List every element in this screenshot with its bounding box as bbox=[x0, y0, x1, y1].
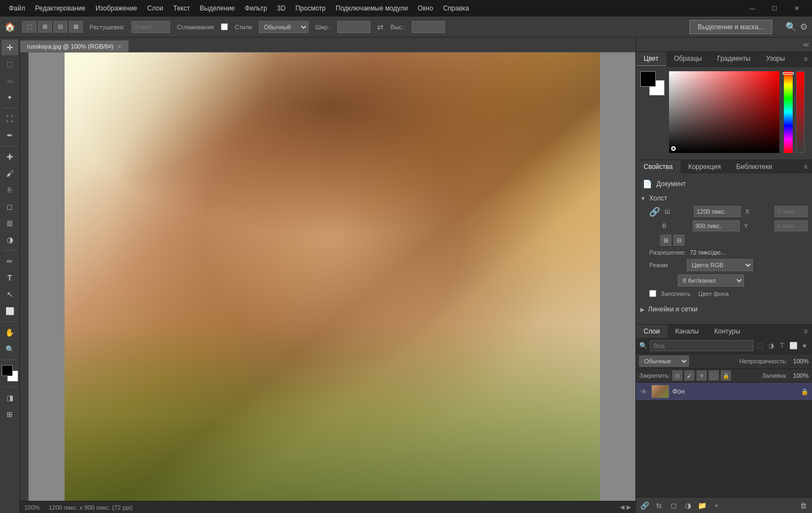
shape-tool[interactable]: ⬜ bbox=[2, 303, 18, 319]
menu-text[interactable]: Текст bbox=[169, 2, 194, 14]
menu-file[interactable]: Файл bbox=[4, 2, 30, 14]
menu-edit[interactable]: Редактирование bbox=[31, 2, 90, 14]
workspace-icon[interactable]: ⚙ bbox=[800, 22, 808, 32]
tab-correction[interactable]: Коррекция bbox=[681, 160, 729, 173]
layer-filter-pixel-icon[interactable]: ⬚ bbox=[756, 342, 765, 350]
height-input[interactable] bbox=[412, 21, 445, 33]
path-select-tool[interactable]: ↖ bbox=[2, 287, 18, 302]
canvas-icon-2[interactable]: ⊟ bbox=[673, 235, 684, 246]
tab-paths[interactable]: Контуры bbox=[707, 325, 748, 338]
screen-mode-btn[interactable]: ⊞ bbox=[2, 406, 18, 422]
close-button[interactable]: ✕ bbox=[786, 0, 808, 17]
lock-move-icon[interactable]: ✛ bbox=[697, 371, 707, 380]
layer-filter-type-icon[interactable]: T bbox=[778, 342, 787, 350]
color-panel-options-icon[interactable]: ≡ bbox=[799, 52, 812, 66]
menu-plugins[interactable]: Подключаемые модули bbox=[331, 2, 412, 14]
scroll-left-btn[interactable]: ◀ bbox=[620, 504, 624, 511]
feather-input[interactable] bbox=[131, 21, 170, 33]
style-select[interactable]: Обычный bbox=[259, 21, 309, 33]
mask-button[interactable]: Выделение и маска... bbox=[689, 20, 772, 34]
layer-style-btn[interactable]: fx bbox=[654, 500, 665, 511]
tab-swatches[interactable]: Образцы bbox=[666, 52, 709, 66]
canvas-section-header[interactable]: ▼ Холст bbox=[640, 192, 808, 204]
bits-select[interactable]: 8 бит/канал bbox=[678, 274, 744, 287]
layer-delete-btn[interactable]: 🗑 bbox=[798, 500, 809, 511]
layers-panel-options-icon[interactable]: ≡ bbox=[799, 325, 812, 338]
rulers-section-header[interactable]: ▶ Линейки и сетки bbox=[640, 303, 808, 315]
menu-3d[interactable]: 3D bbox=[273, 2, 290, 14]
menu-image[interactable]: Изображение bbox=[91, 2, 142, 14]
new-selection-btn[interactable]: ⬚ bbox=[22, 21, 36, 33]
layer-group-btn[interactable]: 📁 bbox=[697, 500, 708, 511]
wand-tool[interactable]: ✦ bbox=[2, 89, 18, 105]
blend-mode-select[interactable]: Обычные bbox=[639, 356, 689, 367]
canvas-view[interactable] bbox=[29, 52, 635, 501]
layer-mask-btn[interactable]: ◻ bbox=[668, 500, 679, 511]
tab-patterns[interactable]: Узоры bbox=[758, 52, 793, 66]
layer-new-btn[interactable]: + bbox=[711, 500, 722, 511]
menu-select[interactable]: Выделение bbox=[195, 2, 240, 14]
color-spectrum[interactable] bbox=[669, 71, 779, 153]
tab-layers[interactable]: Слои bbox=[636, 325, 667, 338]
type-tool[interactable]: T bbox=[2, 270, 18, 285]
layer-adjustment-btn[interactable]: ◑ bbox=[682, 500, 693, 511]
canvas-icon-1[interactable]: ⊞ bbox=[660, 235, 671, 246]
foreground-color-box[interactable] bbox=[640, 71, 656, 87]
move-tool[interactable]: ✛ bbox=[2, 40, 18, 55]
clone-tool[interactable]: ⎘ bbox=[2, 182, 18, 198]
tab-properties[interactable]: Свойства bbox=[636, 160, 681, 173]
lock-artboard-icon[interactable]: ⬚ bbox=[709, 371, 719, 380]
mode-select[interactable]: Цвета RGB bbox=[687, 259, 753, 271]
layer-filter-smart-icon[interactable]: ★ bbox=[800, 342, 809, 350]
lock-transparent-icon[interactable]: ⊟ bbox=[672, 371, 682, 380]
subtract-selection-btn[interactable]: ⊟ bbox=[54, 21, 67, 33]
layer-filter-adjust-icon[interactable]: ◑ bbox=[767, 342, 776, 350]
panel-collapse-icon[interactable]: ≪ bbox=[803, 41, 810, 49]
alpha-bar[interactable] bbox=[796, 71, 805, 153]
eraser-tool[interactable]: ◻ bbox=[2, 199, 18, 214]
fill-checkbox[interactable] bbox=[649, 290, 656, 297]
canvas-tab[interactable]: russkaya.jpg @ 100% (RGB/8#) ✕ bbox=[20, 40, 129, 52]
antialiasing-checkbox[interactable] bbox=[221, 23, 228, 30]
canvas-height-input[interactable] bbox=[693, 220, 740, 231]
eyedropper-tool[interactable]: ✒ bbox=[2, 128, 18, 143]
tab-gradients[interactable]: Градиенты bbox=[709, 52, 758, 66]
quick-mask-btn[interactable]: ◨ bbox=[2, 390, 18, 405]
swap-icon[interactable]: ⇄ bbox=[377, 23, 384, 31]
select-rect-tool[interactable]: ⬚ bbox=[2, 56, 18, 72]
props-panel-options-icon[interactable]: ≡ bbox=[799, 160, 812, 173]
canvas-y-input[interactable] bbox=[774, 220, 808, 231]
layer-link-btn[interactable]: 🔗 bbox=[639, 500, 650, 511]
width-input[interactable] bbox=[337, 21, 370, 33]
tab-color[interactable]: Цвет bbox=[636, 52, 666, 66]
lasso-tool[interactable]: ⌓ bbox=[2, 73, 18, 88]
home-icon[interactable]: 🏠 bbox=[4, 22, 15, 32]
zoom-tool[interactable]: 🔍 bbox=[2, 341, 18, 357]
menu-layers[interactable]: Слои bbox=[143, 2, 168, 14]
hand-tool[interactable]: ✋ bbox=[2, 325, 18, 340]
dodge-tool[interactable]: ◑ bbox=[2, 232, 18, 247]
intersect-selection-btn[interactable]: ⊠ bbox=[69, 21, 83, 33]
maximize-button[interactable]: ☐ bbox=[763, 0, 786, 17]
menu-view[interactable]: Просмотр bbox=[291, 2, 330, 14]
menu-help[interactable]: Справка bbox=[439, 2, 474, 14]
minimize-button[interactable]: — bbox=[741, 0, 763, 17]
add-selection-btn[interactable]: ⊞ bbox=[38, 21, 52, 33]
foreground-color-swatch[interactable] bbox=[2, 365, 13, 376]
search-icon[interactable]: 🔍 bbox=[786, 22, 797, 32]
layer-visibility-toggle[interactable]: 👁 bbox=[639, 387, 648, 396]
crop-tool[interactable]: ⛶ bbox=[2, 111, 18, 126]
tab-close-icon[interactable]: ✕ bbox=[117, 44, 121, 50]
layer-filter-shape-icon[interactable]: ⬜ bbox=[789, 342, 798, 350]
gradient-tool[interactable]: ▥ bbox=[2, 215, 18, 231]
tab-libraries[interactable]: Библиотеки bbox=[729, 160, 780, 173]
lock-all-icon[interactable]: 🔒 bbox=[721, 371, 731, 380]
canvas-x-input[interactable] bbox=[774, 206, 808, 217]
hue-bar[interactable] bbox=[784, 71, 793, 153]
layers-search-input[interactable] bbox=[650, 340, 753, 351]
brush-tool[interactable]: 🖌 bbox=[2, 166, 18, 181]
layer-item[interactable]: 👁 Фон 🔒 bbox=[636, 383, 812, 401]
lock-paint-icon[interactable]: 🖌 bbox=[684, 371, 694, 380]
tab-channels[interactable]: Каналы bbox=[667, 325, 707, 338]
scroll-right-btn[interactable]: ▶ bbox=[627, 504, 631, 511]
